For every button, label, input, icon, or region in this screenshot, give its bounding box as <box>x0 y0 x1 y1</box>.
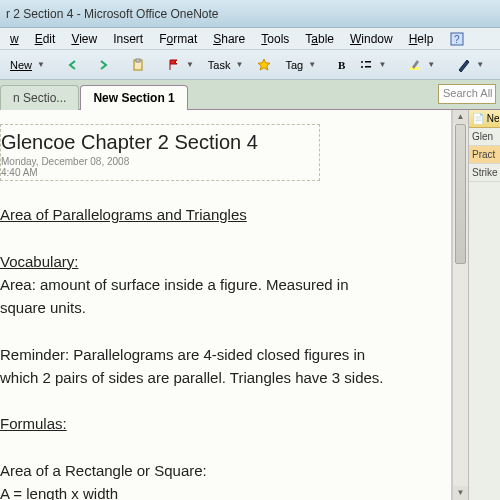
chevron-down-icon: ▼ <box>427 60 435 69</box>
menu-bar: w Edit View Insert Format Share Tools Ta… <box>0 28 500 50</box>
clipboard-button[interactable] <box>125 54 151 76</box>
menu-view[interactable]: View <box>65 30 103 48</box>
menu-insert[interactable]: Insert <box>107 30 149 48</box>
page-title[interactable]: Glencoe Chapter 2 Section 4 <box>1 131 309 154</box>
chevron-down-icon: ▼ <box>186 60 194 69</box>
page-tab-practice[interactable]: Pract <box>469 146 500 164</box>
note-body[interactable]: Area of Parallelograms and Triangles Voc… <box>0 203 451 500</box>
note-text[interactable]: A = length x width <box>0 482 451 500</box>
bold-button[interactable]: B <box>332 55 351 75</box>
note-page[interactable]: Glencoe Chapter 2 Section 4 Monday, Dece… <box>0 110 452 500</box>
page-title-container[interactable]: Glencoe Chapter 2 Section 4 Monday, Dece… <box>0 124 320 181</box>
menu-help-icon[interactable]: ? <box>443 29 471 49</box>
menu-file-new[interactable]: w <box>4 30 25 48</box>
menu-share[interactable]: Share <box>207 30 251 48</box>
page-date: Monday, December 08, 2008 <box>1 156 309 167</box>
note-text[interactable]: Area: amount of surface inside a figure.… <box>0 273 451 296</box>
svg-rect-7 <box>365 66 371 68</box>
search-input[interactable]: Search All <box>438 84 496 104</box>
eraser-button[interactable] <box>492 54 500 76</box>
title-bar: r 2 Section 4 - Microsoft Office OneNote <box>0 0 500 28</box>
menu-table[interactable]: Table <box>299 30 340 48</box>
page-list-panel: 📄 Ne Glen Pract Strike <box>468 110 500 500</box>
tab-prev-section[interactable]: n Sectio... <box>0 85 79 110</box>
undo-button[interactable] <box>61 54 87 76</box>
redo-button[interactable] <box>89 54 115 76</box>
chevron-down-icon: ▼ <box>235 60 243 69</box>
pen-button[interactable]: ▼ <box>451 54 490 76</box>
flag-button[interactable]: ▼ <box>161 54 200 76</box>
note-text[interactable]: Area of a Rectangle or Square: <box>0 459 451 482</box>
svg-text:?: ? <box>454 34 460 45</box>
scroll-down-arrow[interactable]: ▼ <box>453 486 468 500</box>
svg-point-6 <box>361 66 363 68</box>
note-heading[interactable]: Area of Parallelograms and Triangles <box>0 203 451 226</box>
tag-label: Tag <box>285 59 303 71</box>
svg-point-4 <box>361 61 363 63</box>
menu-window[interactable]: Window <box>344 30 399 48</box>
scroll-up-arrow[interactable]: ▲ <box>453 110 468 124</box>
tab-new-section-1[interactable]: New Section 1 <box>80 85 187 110</box>
menu-edit[interactable]: Edit <box>29 30 62 48</box>
highlight-button[interactable]: ▼ <box>402 54 441 76</box>
note-text[interactable]: which 2 pairs of sides are parallel. Tri… <box>0 366 451 389</box>
new-button[interactable]: New▼ <box>4 55 51 75</box>
page-time: 4:40 AM <box>1 167 309 178</box>
scroll-thumb[interactable] <box>455 124 466 264</box>
task-button[interactable]: Task▼ <box>202 55 250 75</box>
note-text[interactable]: Reminder: Parallelograms are 4-sided clo… <box>0 343 451 366</box>
note-formulas-heading[interactable]: Formulas: <box>0 412 451 435</box>
note-vocab-heading[interactable]: Vocabulary: <box>0 250 451 273</box>
svg-rect-5 <box>365 61 371 63</box>
toolbar: New▼ ▼ Task▼ Tag▼ B ▼ ▼ ▼ <box>0 50 500 80</box>
menu-tools[interactable]: Tools <box>255 30 295 48</box>
menu-format[interactable]: Format <box>153 30 203 48</box>
tag-button[interactable]: Tag▼ <box>279 55 322 75</box>
task-label: Task <box>208 59 231 71</box>
svg-rect-3 <box>136 59 140 62</box>
chevron-down-icon: ▼ <box>37 60 45 69</box>
menu-help[interactable]: Help <box>403 30 440 48</box>
work-area: Glencoe Chapter 2 Section 4 Monday, Dece… <box>0 110 500 500</box>
vertical-scrollbar[interactable]: ▲ ▼ <box>452 110 468 500</box>
page-tab-glencoe[interactable]: Glen <box>469 128 500 146</box>
window-title: r 2 Section 4 - Microsoft Office OneNote <box>6 7 219 21</box>
bullets-button[interactable]: ▼ <box>353 54 392 76</box>
note-text[interactable]: square units. <box>0 296 451 319</box>
tag-star-button[interactable] <box>251 54 277 76</box>
chevron-down-icon: ▼ <box>476 60 484 69</box>
page-tab-strike[interactable]: Strike <box>469 164 500 182</box>
new-page-button[interactable]: 📄 Ne <box>469 110 500 128</box>
chevron-down-icon: ▼ <box>308 60 316 69</box>
chevron-down-icon: ▼ <box>378 60 386 69</box>
section-tabs: n Sectio... New Section 1 Search All <box>0 80 500 110</box>
